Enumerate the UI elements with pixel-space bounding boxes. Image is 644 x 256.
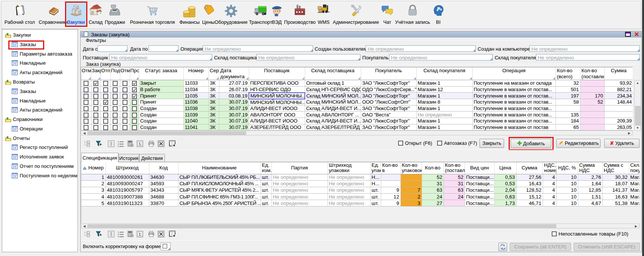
svg-text:Σ: Σ <box>139 232 141 236</box>
svg-text:Σ: Σ <box>139 141 141 146</box>
svg-text:3: 3 <box>118 236 119 237</box>
svg-text:3: 3 <box>118 145 119 147</box>
